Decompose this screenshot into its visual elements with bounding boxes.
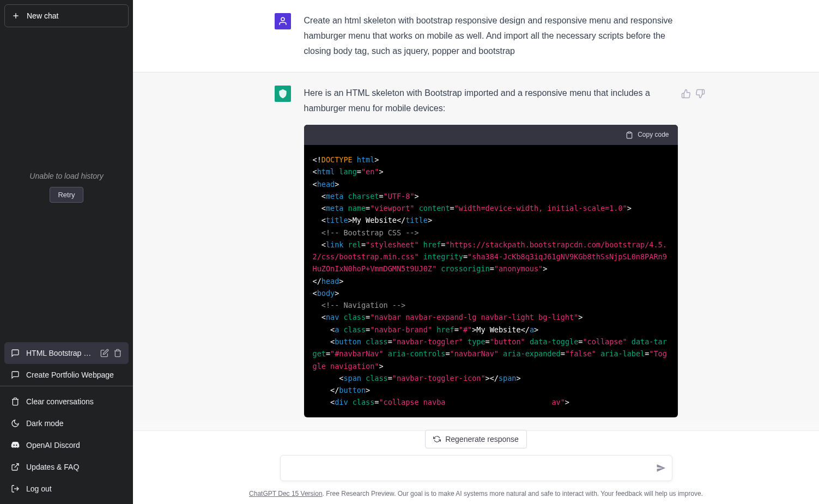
moon-icon — [11, 419, 20, 428]
edit-icon[interactable] — [100, 349, 109, 357]
user-avatar — [275, 13, 291, 29]
clipboard-icon — [626, 131, 633, 139]
send-icon — [656, 463, 666, 473]
input-box — [280, 455, 672, 483]
dark-mode-button[interactable]: Dark mode — [4, 412, 129, 434]
refresh-icon — [433, 435, 441, 443]
new-chat-button[interactable]: New chat — [4, 4, 129, 27]
new-chat-label: New chat — [27, 11, 58, 20]
retry-button[interactable]: Retry — [50, 187, 83, 203]
sidebar-opt-label: OpenAI Discord — [26, 441, 80, 450]
svg-point-4 — [281, 17, 284, 21]
regenerate-label: Regenerate response — [445, 435, 519, 444]
footer-text: . Free Research Preview. Our goal is to … — [323, 490, 703, 497]
ai-message-content: Here is an HTML skeleton with Bootstrap … — [304, 86, 678, 417]
svg-rect-5 — [628, 132, 631, 133]
sidebar-opt-label: Log out — [26, 484, 52, 493]
clear-conversations-button[interactable]: Clear conversations — [4, 391, 129, 412]
logout-button[interactable]: Log out — [4, 478, 129, 500]
history-error-text: Unable to load history — [29, 172, 103, 180]
user-message: Create an html skeleton with bootstrap r… — [133, 0, 819, 72]
regenerate-button[interactable]: Regenerate response — [425, 430, 527, 448]
openai-icon — [277, 88, 288, 99]
discord-button[interactable]: OpenAI Discord — [4, 434, 129, 456]
trash-icon — [11, 397, 20, 406]
ai-message: Here is an HTML skeleton with Bootstrap … — [133, 72, 819, 431]
chat-item-label: Create Portfolio Webpage — [26, 371, 122, 379]
message-icon — [11, 371, 20, 379]
svg-line-2 — [15, 464, 19, 467]
person-icon — [278, 16, 288, 26]
external-link-icon — [11, 463, 20, 471]
code-block: Copy code <!DOCTYPE html> <html lang="en… — [304, 125, 678, 417]
chat-item-active[interactable]: HTML Bootstrap Skelet — [4, 342, 129, 364]
chat-item-label: HTML Bootstrap Skelet — [26, 349, 94, 357]
ai-avatar — [275, 86, 291, 102]
code-content: <!DOCTYPE html> <html lang="en"> <head> … — [304, 145, 678, 417]
version-link[interactable]: ChatGPT Dec 15 Version — [249, 490, 323, 497]
message-icon — [11, 349, 20, 357]
history-error-area: Unable to load history Retry — [0, 32, 133, 342]
user-message-text: Create an html skeleton with bootstrap r… — [304, 13, 678, 59]
copy-code-button[interactable]: Copy code — [304, 125, 678, 145]
discord-icon — [11, 441, 20, 450]
copy-code-label: Copy code — [638, 129, 669, 141]
logout-icon — [11, 484, 20, 493]
sidebar: New chat Unable to load history Retry HT… — [0, 0, 133, 504]
input-area: Regenerate response ChatGPT Dec 15 Versi… — [133, 417, 819, 504]
main-content: Create an html skeleton with bootstrap r… — [133, 0, 819, 504]
footer-note: ChatGPT Dec 15 Version. Free Research Pr… — [133, 490, 819, 497]
updates-button[interactable]: Updates & FAQ — [4, 456, 129, 478]
sidebar-opt-label: Updates & FAQ — [26, 463, 79, 471]
sidebar-opt-label: Dark mode — [26, 419, 63, 428]
chat-list: HTML Bootstrap Skelet Create Portfolio W… — [0, 342, 133, 386]
feedback-buttons — [681, 89, 705, 99]
ai-intro-text: Here is an HTML skeleton with Bootstrap … — [304, 86, 678, 116]
trash-icon[interactable] — [113, 349, 122, 357]
chat-item[interactable]: Create Portfolio Webpage — [4, 364, 129, 386]
message-input[interactable] — [280, 455, 672, 481]
sidebar-opt-label: Clear conversations — [26, 397, 94, 406]
thumbs-up-icon[interactable] — [681, 89, 691, 99]
plus-icon — [11, 11, 20, 20]
send-button[interactable] — [656, 463, 666, 475]
sidebar-bottom: Clear conversations Dark mode OpenAI Dis… — [0, 386, 133, 504]
thumbs-down-icon[interactable] — [695, 89, 705, 99]
